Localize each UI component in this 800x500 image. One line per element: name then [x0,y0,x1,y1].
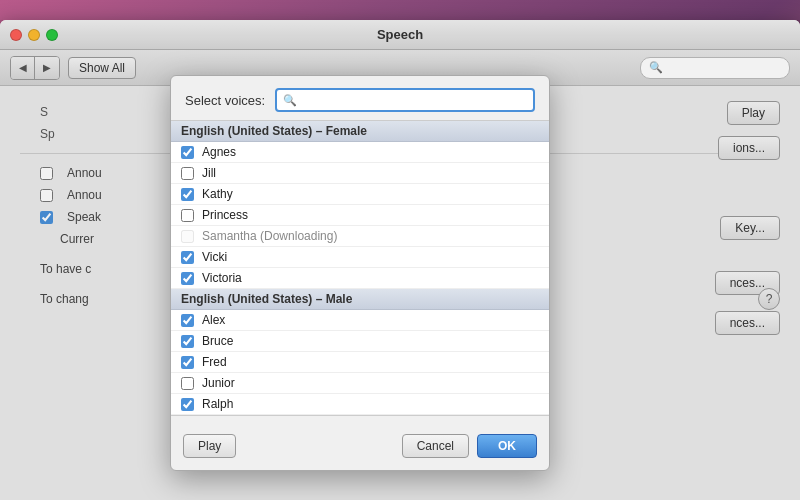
voices-dialog: Select voices: 🔍 English (United States)… [170,75,550,471]
fred-label: Fred [202,355,227,369]
male-group-label: English (United States) – Male [181,292,352,306]
alex-label: Alex [202,313,225,327]
jill-checkbox[interactable] [181,167,194,180]
voice-list: English (United States) – Female Agnes J… [171,120,549,416]
voice-item-junior[interactable]: Junior [171,373,549,394]
agnes-label: Agnes [202,145,236,159]
victoria-checkbox[interactable] [181,272,194,285]
voice-item-alex[interactable]: Alex [171,310,549,331]
junior-checkbox[interactable] [181,377,194,390]
main-window: Speech ◀ ▶ Show All 🔍 S Sp Play ions... [0,20,800,500]
kathy-label: Kathy [202,187,233,201]
select-voices-label: Select voices: [185,93,265,108]
jill-label: Jill [202,166,216,180]
voice-item-kathy[interactable]: Kathy [171,184,549,205]
dialog-ok-button[interactable]: OK [477,434,537,458]
vicki-checkbox[interactable] [181,251,194,264]
dialog-search-box: 🔍 [275,88,535,112]
voice-item-victoria[interactable]: Victoria [171,268,549,289]
bruce-label: Bruce [202,334,233,348]
ralph-label: Ralph [202,397,233,411]
voice-item-fred[interactable]: Fred [171,352,549,373]
female-group-label: English (United States) – Female [181,124,367,138]
dialog-header: Select voices: 🔍 [171,76,549,120]
voice-item-princess[interactable]: Princess [171,205,549,226]
bruce-checkbox[interactable] [181,335,194,348]
dialog-search-icon: 🔍 [283,94,297,107]
male-group-header: English (United States) – Male [171,289,549,310]
dialog-footer: Play Cancel OK [171,426,549,470]
voice-item-samantha[interactable]: Samantha (Downloading) [171,226,549,247]
agnes-checkbox[interactable] [181,146,194,159]
voice-item-vicki[interactable]: Vicki [171,247,549,268]
ralph-checkbox[interactable] [181,398,194,411]
samantha-checkbox[interactable] [181,230,194,243]
alex-checkbox[interactable] [181,314,194,327]
vicki-label: Vicki [202,250,227,264]
princess-checkbox[interactable] [181,209,194,222]
victoria-label: Victoria [202,271,242,285]
dialog-play-button[interactable]: Play [183,434,236,458]
dialog-cancel-button[interactable]: Cancel [402,434,469,458]
voice-item-agnes[interactable]: Agnes [171,142,549,163]
voice-item-jill[interactable]: Jill [171,163,549,184]
kathy-checkbox[interactable] [181,188,194,201]
junior-label: Junior [202,376,235,390]
voice-item-ralph[interactable]: Ralph [171,394,549,415]
princess-label: Princess [202,208,248,222]
dialog-search-input[interactable] [300,93,527,107]
samantha-label: Samantha (Downloading) [202,229,337,243]
voice-item-bruce[interactable]: Bruce [171,331,549,352]
fred-checkbox[interactable] [181,356,194,369]
female-group-header: English (United States) – Female [171,121,549,142]
